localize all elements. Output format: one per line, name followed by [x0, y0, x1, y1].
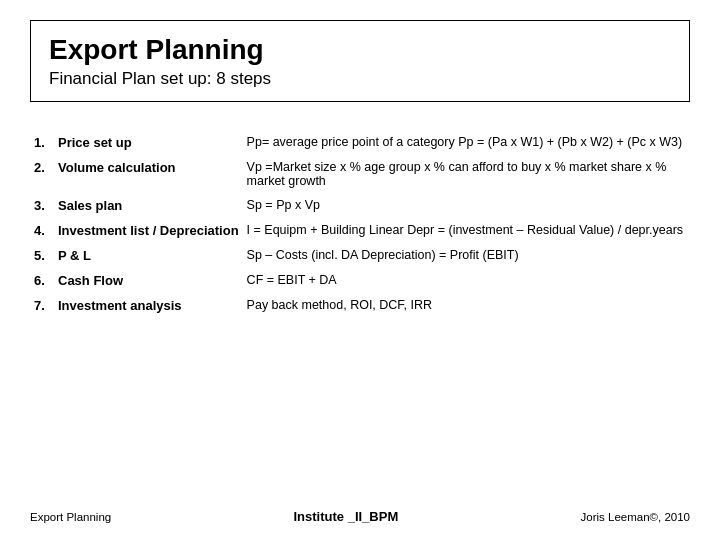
table-row: 6.Cash FlowCF = EBIT + DA	[30, 268, 690, 293]
table-row: 2.Volume calculationVp =Market size x % …	[30, 155, 690, 193]
step-name: Sales plan	[54, 193, 243, 218]
step-number: 3.	[30, 193, 54, 218]
footer-left: Export Planning	[30, 511, 111, 523]
page-container: Export Planning Financial Plan set up: 8…	[0, 0, 720, 540]
step-number: 1.	[30, 130, 54, 155]
step-number: 5.	[30, 243, 54, 268]
step-description: Pay back method, ROI, DCF, IRR	[243, 293, 690, 318]
header-box: Export Planning Financial Plan set up: 8…	[30, 20, 690, 102]
step-name: Price set up	[54, 130, 243, 155]
step-description: Pp= average price point of a category Pp…	[243, 130, 690, 155]
footer-right: Joris Leeman©, 2010	[581, 511, 690, 523]
step-number: 4.	[30, 218, 54, 243]
step-name: Investment analysis	[54, 293, 243, 318]
step-description: I = Equipm + Building Linear Depr = (inv…	[243, 218, 690, 243]
steps-table: 1.Price set upPp= average price point of…	[30, 130, 690, 318]
footer-center: Institute _II_BPM	[293, 509, 398, 524]
table-row: 1.Price set upPp= average price point of…	[30, 130, 690, 155]
step-description: Sp – Costs (incl. DA Depreciation) = Pro…	[243, 243, 690, 268]
step-description: Vp =Market size x % age group x % can af…	[243, 155, 690, 193]
step-description: CF = EBIT + DA	[243, 268, 690, 293]
table-row: 4.Investment list / DepreciationI = Equi…	[30, 218, 690, 243]
step-name: Investment list / Depreciation	[54, 218, 243, 243]
header-title: Export Planning	[49, 33, 671, 67]
step-number: 2.	[30, 155, 54, 193]
header-subtitle: Financial Plan set up: 8 steps	[49, 69, 671, 89]
table-row: 3.Sales planSp = Pp x Vp	[30, 193, 690, 218]
table-row: 7.Investment analysisPay back method, RO…	[30, 293, 690, 318]
step-name: Volume calculation	[54, 155, 243, 193]
table-row: 5.P & LSp – Costs (incl. DA Depreciation…	[30, 243, 690, 268]
footer: Export Planning Institute _II_BPM Joris …	[30, 509, 690, 524]
step-name: Cash Flow	[54, 268, 243, 293]
step-description: Sp = Pp x Vp	[243, 193, 690, 218]
step-number: 6.	[30, 268, 54, 293]
step-name: P & L	[54, 243, 243, 268]
step-number: 7.	[30, 293, 54, 318]
